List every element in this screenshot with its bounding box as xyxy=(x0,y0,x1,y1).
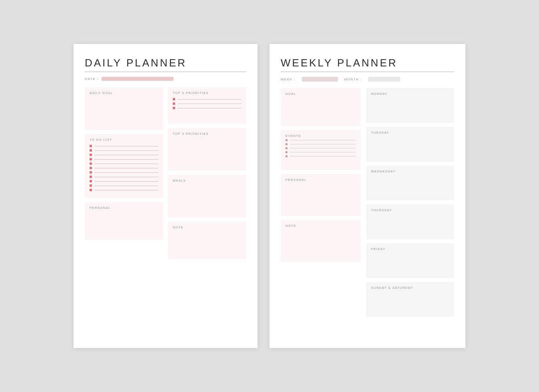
friday-section: FRIDAY xyxy=(366,243,454,278)
weekly-columns: GOAL EVENTS PERSONAL xyxy=(281,88,454,321)
weekly-personal-section: PERSONAL xyxy=(281,174,361,216)
daily-goal-section: DAILY GOAL xyxy=(85,87,163,130)
page-container: DAILY PLANNER DATE : DAILY GOAL TO DO LI… xyxy=(74,44,465,348)
event-item xyxy=(285,151,356,153)
list-line xyxy=(94,150,158,151)
event-line xyxy=(290,140,356,140)
events-label: EVENTS xyxy=(285,134,356,138)
priority-item xyxy=(173,98,242,100)
priority-bullet xyxy=(173,102,175,105)
bullet-icon xyxy=(90,167,92,169)
sunday-saturday-label: SUNDAY & SATURDAY xyxy=(371,286,449,290)
weekly-personal-label: PERSONAL xyxy=(285,178,356,182)
bullet-icon xyxy=(90,162,92,165)
weekly-planner-card: WEEKLY PLANNER WEEK : MONTH : GOAL EVENT… xyxy=(270,44,465,348)
meals-section: MEALS xyxy=(168,175,246,218)
list-item xyxy=(90,176,158,178)
weekly-goal-section: GOAL xyxy=(281,88,361,126)
todo-label: TO DO LIST xyxy=(90,138,158,142)
event-bullet xyxy=(285,147,287,149)
priority-line xyxy=(178,108,242,108)
daily-right-col: TOP 3 PRIORITIES TOP 3 PRIORITIES MEALS xyxy=(168,87,246,263)
daily-personal-label: PERSONAL xyxy=(90,206,158,210)
list-item xyxy=(90,158,158,160)
bullet-icon xyxy=(90,149,92,152)
weekly-right-col: MONDAY TUESDAY WEDNESDAY THURSDAY xyxy=(366,88,454,321)
weekly-note-label: NOTE xyxy=(285,224,356,228)
event-line xyxy=(290,156,356,156)
priority-line xyxy=(178,104,242,104)
bullet-icon xyxy=(90,176,92,178)
todo-section: TO DO LIST xyxy=(85,134,163,198)
event-line xyxy=(290,148,356,148)
list-item xyxy=(90,162,158,165)
event-item xyxy=(285,143,356,145)
event-bullet xyxy=(285,155,287,157)
event-line xyxy=(290,152,356,152)
wednesday-label: WEDNESDAY xyxy=(371,170,449,173)
priority-line xyxy=(178,99,242,100)
daily-note-label: NOTE xyxy=(173,226,242,229)
list-line xyxy=(94,172,158,173)
top-priorities-1-section: TOP 3 PRIORITIES xyxy=(168,87,246,124)
week-label: WEEK : xyxy=(281,78,295,81)
weekly-note-section: NOTE xyxy=(281,220,361,262)
thursday-section: THURSDAY xyxy=(366,204,454,239)
event-item xyxy=(285,155,356,157)
monday-section: MONDAY xyxy=(366,88,454,123)
top-priorities-2-label: TOP 3 PRIORITIES xyxy=(173,132,242,136)
priority-item xyxy=(173,102,242,105)
list-item xyxy=(90,167,158,169)
weekly-left-col: GOAL EVENTS PERSONAL xyxy=(281,88,361,321)
date-input-line[interactable] xyxy=(102,77,174,81)
bullet-icon xyxy=(90,189,92,191)
sunday-saturday-section: SUNDAY & SATURDAY xyxy=(366,282,454,317)
event-item xyxy=(285,139,356,141)
weekly-goal-label: GOAL xyxy=(285,92,356,96)
list-line xyxy=(94,159,158,160)
list-item xyxy=(90,180,158,182)
event-line xyxy=(290,144,356,144)
event-bullet xyxy=(285,151,287,153)
bullet-icon xyxy=(90,154,92,156)
daily-planner-title: DAILY PLANNER xyxy=(85,57,246,69)
daily-goal-label: DAILY GOAL xyxy=(90,91,158,95)
weekly-planner-title: WEEKLY PLANNER xyxy=(281,57,454,69)
tuesday-label: TUESDAY xyxy=(371,131,449,134)
list-line xyxy=(94,155,158,155)
events-section: EVENTS xyxy=(281,130,361,170)
list-item xyxy=(90,149,158,152)
daily-left-col: DAILY GOAL TO DO LIST xyxy=(85,87,163,263)
title-divider xyxy=(85,72,246,72)
list-line xyxy=(94,177,158,177)
priority-bullet xyxy=(173,98,175,100)
top-priorities-1-label: TOP 3 PRIORITIES xyxy=(173,91,242,95)
thursday-label: THURSDAY xyxy=(371,208,449,212)
wednesday-section: WEDNESDAY xyxy=(366,166,454,200)
priority-item xyxy=(173,107,242,109)
event-item xyxy=(285,147,356,149)
date-label: DATE : xyxy=(85,77,98,81)
bullet-icon xyxy=(90,158,92,160)
list-line xyxy=(94,146,158,146)
daily-planner-card: DAILY PLANNER DATE : DAILY GOAL TO DO LI… xyxy=(74,44,258,348)
month-label: MONTH : xyxy=(344,78,362,81)
week-input[interactable] xyxy=(302,77,338,82)
bullet-icon xyxy=(90,171,92,174)
bullet-icon xyxy=(90,180,92,182)
list-item xyxy=(90,171,158,174)
meals-label: MEALS xyxy=(173,179,242,182)
date-row: DATE : xyxy=(85,77,246,81)
daily-note-section: NOTE xyxy=(168,222,246,259)
daily-personal-section: PERSONAL xyxy=(85,202,163,240)
event-bullet xyxy=(285,143,287,145)
month-input[interactable] xyxy=(368,77,400,82)
weekly-title-divider xyxy=(281,72,454,72)
list-item xyxy=(90,184,158,187)
bullet-icon xyxy=(90,145,92,147)
top-priorities-2-section: TOP 3 PRIORITIES xyxy=(168,128,246,171)
list-item xyxy=(90,189,158,191)
list-line xyxy=(94,190,158,190)
bullet-icon xyxy=(90,184,92,187)
list-line xyxy=(94,186,158,186)
